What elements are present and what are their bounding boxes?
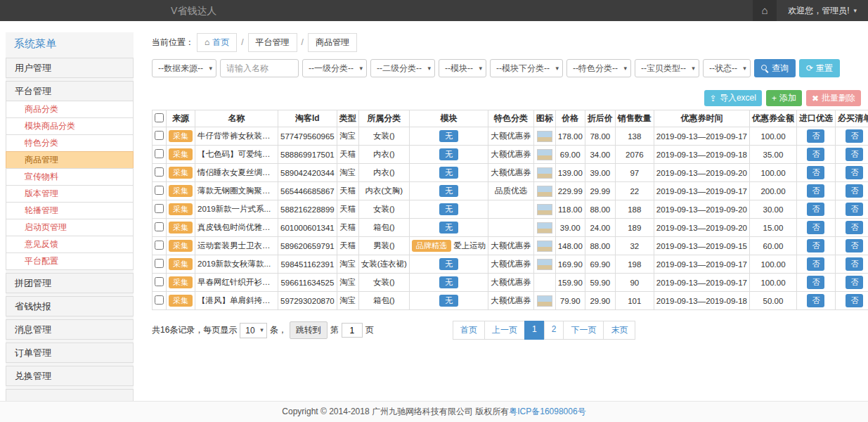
- product-name: 牛仔背带裤女秋装减龄...: [195, 127, 278, 146]
- import-icon: ⇪: [710, 94, 717, 103]
- sidebar-item-1[interactable]: 平台管理: [6, 81, 134, 101]
- filter-select-7[interactable]: --状态--▾: [703, 59, 751, 77]
- sidebar-item-8[interactable]: 轮播管理: [6, 202, 134, 219]
- page-button-5[interactable]: 末页: [603, 321, 635, 340]
- must-buy-toggle[interactable]: 否: [846, 239, 863, 252]
- page-number-input[interactable]: [342, 323, 363, 338]
- module-text: 爱上运动: [451, 241, 486, 250]
- import-select-toggle[interactable]: 否: [807, 148, 824, 161]
- sidebar-item-4[interactable]: 特色分类: [6, 134, 134, 152]
- row-checkbox[interactable]: [155, 186, 164, 195]
- product-image: [537, 259, 552, 270]
- sidebar-item-partial[interactable]: [6, 389, 134, 401]
- sidebar-item-13[interactable]: 省钱快报: [6, 296, 134, 316]
- sidebar-item-15[interactable]: 订单管理: [6, 343, 134, 363]
- featured-category: 大额优惠券: [488, 127, 534, 146]
- import-select-toggle[interactable]: 否: [807, 166, 824, 179]
- import-select-toggle[interactable]: 否: [807, 129, 824, 143]
- row-checkbox[interactable]: [155, 259, 164, 268]
- module-cell: 品牌精选 爱上运动: [409, 237, 488, 255]
- must-buy-toggle[interactable]: 否: [846, 166, 863, 179]
- add-button[interactable]: + 添加: [766, 90, 802, 106]
- product-type: 淘宝: [337, 164, 358, 182]
- import-select-toggle[interactable]: 否: [807, 294, 824, 307]
- reset-button[interactable]: ⟳ 重置: [799, 59, 840, 77]
- product-type: 天猫: [337, 237, 358, 255]
- sidebar-item-5[interactable]: 商品管理: [6, 151, 134, 169]
- row-checkbox[interactable]: [155, 149, 164, 158]
- sales-count: 90: [615, 274, 654, 292]
- filter-select-6[interactable]: --宝贝类型--▾: [635, 59, 699, 77]
- product-category: 男装(): [358, 237, 409, 255]
- breadcrumb-item-2[interactable]: 商品管理: [308, 33, 357, 52]
- batch-delete-button[interactable]: ✖ 批量删除: [806, 90, 861, 106]
- sidebar-item-12[interactable]: 拼团管理: [6, 273, 134, 293]
- sidebar-item-7[interactable]: 版本管理: [6, 185, 134, 203]
- import-select-toggle[interactable]: 否: [807, 184, 824, 198]
- must-buy-toggle[interactable]: 否: [846, 184, 863, 198]
- page-button-0[interactable]: 首页: [453, 321, 485, 340]
- sidebar-item-11[interactable]: 平台配置: [6, 252, 134, 270]
- row-checkbox[interactable]: [155, 131, 164, 140]
- import-select-toggle[interactable]: 否: [807, 276, 824, 289]
- row-checkbox[interactable]: [155, 204, 164, 213]
- discount-price: 59.90: [585, 274, 615, 292]
- name-search-input[interactable]: [220, 59, 299, 77]
- row-checkbox[interactable]: [155, 277, 164, 286]
- breadcrumb-item-1[interactable]: 平台管理: [248, 33, 297, 52]
- breadcrumb-item-0[interactable]: ⌂首页: [197, 33, 237, 52]
- must-buy-toggle[interactable]: 否: [846, 294, 863, 307]
- page-button-3[interactable]: 2: [544, 321, 564, 340]
- sales-count: 32: [615, 237, 654, 255]
- row-checkbox[interactable]: [155, 222, 164, 231]
- sidebar-item-14[interactable]: 消息管理: [6, 319, 134, 340]
- sidebar-item-3[interactable]: 模块商品分类: [6, 117, 134, 135]
- filter-select-1[interactable]: --一级分类--▾: [302, 59, 367, 77]
- discount-price: 69.90: [585, 255, 615, 274]
- source-badge: 采集: [169, 276, 193, 288]
- filter-select-3[interactable]: --模块--▾: [439, 59, 486, 77]
- must-buy-toggle[interactable]: 否: [846, 257, 863, 271]
- chevron-down-icon: ▾: [692, 60, 695, 77]
- import-excel-button[interactable]: ⇪ 导入excel: [704, 90, 762, 106]
- filter-select-2[interactable]: --二级分类--▾: [370, 59, 435, 77]
- page-button-1[interactable]: 上一页: [484, 321, 525, 340]
- import-select-toggle[interactable]: 否: [807, 221, 824, 234]
- import-select-toggle[interactable]: 否: [807, 203, 824, 216]
- module-cell: 无: [409, 274, 488, 292]
- sidebar-item-2[interactable]: 商品分类: [6, 101, 134, 118]
- filter-select-0[interactable]: --数据来源--▾: [152, 59, 216, 77]
- import-select-toggle[interactable]: 否: [807, 239, 824, 252]
- source-badge: 采集: [169, 148, 193, 160]
- row-checkbox[interactable]: [155, 241, 164, 250]
- row-checkbox[interactable]: [155, 167, 164, 177]
- must-buy-toggle[interactable]: 否: [846, 129, 863, 143]
- must-buy-toggle[interactable]: 否: [846, 203, 863, 216]
- product-type: 淘宝: [337, 255, 358, 274]
- row-checkbox[interactable]: [155, 295, 164, 305]
- column-header-5: 模块: [409, 110, 488, 127]
- filter-select-4[interactable]: --模块下分类--▾: [490, 59, 563, 77]
- must-buy-toggle[interactable]: 否: [846, 276, 863, 289]
- sidebar-item-0[interactable]: 用户管理: [6, 58, 134, 78]
- must-buy-toggle[interactable]: 否: [846, 148, 863, 161]
- page-button-4[interactable]: 下一页: [563, 321, 604, 340]
- sidebar-item-6[interactable]: 宣传物料: [6, 168, 134, 186]
- per-page-select[interactable]: 10 ▾: [240, 323, 266, 338]
- must-buy-toggle[interactable]: 否: [846, 221, 863, 234]
- home-button[interactable]: ⌂: [753, 0, 777, 21]
- page-button-2[interactable]: 1: [524, 321, 545, 340]
- icp-link[interactable]: 粤ICP备16098006号: [509, 407, 585, 416]
- price: 229.99: [555, 182, 585, 200]
- user-menu[interactable]: 欢迎您，管理员! ▾: [777, 0, 868, 21]
- select-all-checkbox[interactable]: [155, 113, 164, 122]
- sidebar-item-10[interactable]: 意见反馈: [6, 236, 134, 253]
- import-select-toggle[interactable]: 否: [807, 257, 824, 271]
- filter-select-5[interactable]: --特色分类--▾: [566, 59, 631, 77]
- search-button[interactable]: 查询: [754, 59, 796, 77]
- module-badge: 无: [439, 203, 458, 215]
- sidebar-item-9[interactable]: 启动页管理: [6, 219, 134, 236]
- breadcrumb: 当前位置： ⌂首页/平台管理/商品管理: [152, 32, 357, 52]
- sidebar-item-16[interactable]: 兑换管理: [6, 366, 134, 386]
- jump-button[interactable]: 跳转到: [290, 321, 328, 339]
